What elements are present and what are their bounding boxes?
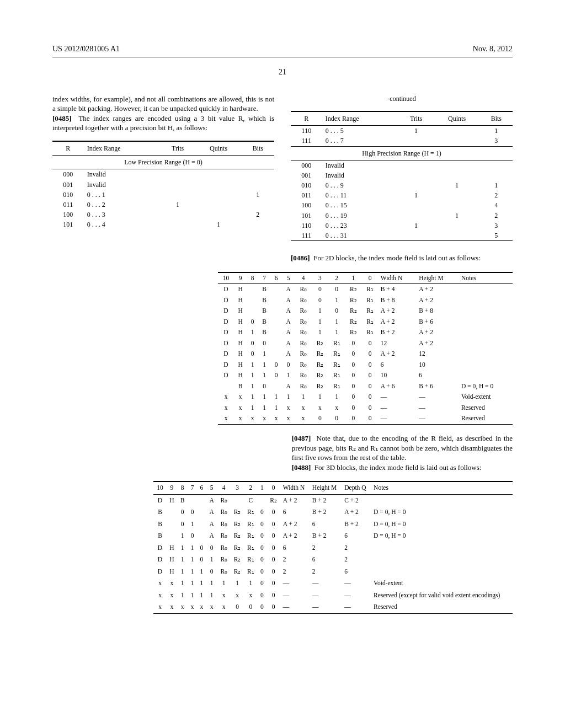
table-cell: —	[417, 392, 459, 403]
table-cell: A + 2	[417, 338, 459, 349]
table-cell: 0	[177, 506, 188, 518]
table-cell: x	[328, 403, 345, 414]
table-cell	[371, 554, 513, 566]
page-header: US 2012/0281005 A1 Nov. 8, 2012	[52, 44, 513, 57]
table-cell	[459, 370, 513, 381]
table-cell: A + 2	[379, 349, 417, 360]
table-cell	[258, 494, 267, 506]
table-cell: A + 2	[342, 506, 371, 518]
table-cell: 0	[258, 577, 267, 590]
table-cell	[459, 338, 513, 349]
table-cell: H	[234, 327, 247, 338]
table-cell: R₀	[295, 284, 312, 295]
table-cell: 0	[312, 284, 328, 295]
table-cell	[371, 566, 513, 578]
table-cell: A	[282, 338, 295, 349]
table-cell: —	[379, 413, 417, 424]
table-cell: 1	[206, 590, 217, 602]
table-cell: C + 2	[342, 494, 371, 506]
table-2d-col: 9	[234, 272, 247, 284]
table-cell: H	[234, 284, 247, 295]
table-cell: D	[218, 295, 234, 306]
table-cell: 0	[345, 413, 361, 424]
table-cell: R₀	[295, 360, 312, 371]
table-cell: x	[282, 403, 295, 414]
table-2d-col: 2	[328, 272, 345, 284]
table-cell: 0	[266, 566, 280, 578]
table-cell: 12	[379, 338, 417, 349]
table-cell: x	[234, 392, 247, 403]
table-cell: D	[218, 349, 234, 360]
table-cell: 0	[258, 542, 267, 554]
table-cell: H	[167, 494, 178, 506]
table-cell: 1	[244, 577, 257, 590]
table-cell: 1	[258, 392, 271, 403]
table-cell: x	[218, 403, 234, 414]
table-cell: 6	[280, 542, 310, 554]
table-cell: x	[258, 413, 271, 424]
table-cell: 0	[206, 542, 217, 554]
table-cell: —	[280, 601, 310, 613]
table-cell: B + 2	[310, 494, 342, 506]
table-cell: x	[271, 413, 282, 424]
table-cell: R₂	[231, 566, 244, 578]
table-cell: R₁	[362, 317, 379, 328]
table-cell: 0	[247, 349, 258, 360]
table-cell: A	[282, 327, 295, 338]
table-3d-col: Width N	[280, 481, 310, 494]
table-cell: 1	[312, 306, 328, 317]
table-cell: A	[282, 295, 295, 306]
table-cell: R₁	[328, 338, 345, 349]
table-cell: 6	[342, 530, 371, 542]
table-cell: A	[206, 518, 217, 531]
table-cell: R₁	[328, 370, 345, 381]
table-cell: 1	[247, 360, 258, 371]
table-cell: R₀	[217, 542, 231, 554]
table-cell: 1	[312, 317, 328, 328]
table-cell	[167, 530, 178, 542]
table-cell: B	[258, 295, 271, 306]
table-3d-col: 5	[206, 481, 217, 494]
table-cell: R₀	[295, 370, 312, 381]
table-cell: 0	[258, 566, 267, 578]
table-2d-col: Width N	[379, 272, 417, 284]
table-cell: —	[342, 590, 371, 602]
table-cell: 1	[328, 295, 345, 306]
table-cell: R₁	[244, 566, 257, 578]
table-cell: 0	[247, 317, 258, 328]
table-cell	[271, 317, 282, 328]
table-cell: x	[153, 590, 166, 602]
table-cell: 1	[188, 542, 197, 554]
table-cell: 0	[312, 413, 328, 424]
table-cell: R₂	[312, 360, 328, 371]
table-cell: 1	[197, 590, 206, 602]
table-3d: 109876543210Width NHeight MDepth QNotes …	[153, 481, 513, 614]
table-cell: R₂	[345, 327, 361, 338]
table-cell: R₂	[345, 295, 361, 306]
table-cell: x	[217, 601, 231, 613]
table-cell: x	[234, 413, 247, 424]
table-cell: R₀	[295, 349, 312, 360]
table-cell: 0	[258, 338, 271, 349]
table-cell	[459, 295, 513, 306]
table-cell: B + 8	[417, 306, 459, 317]
table-cell	[167, 506, 178, 518]
table-cell: D	[153, 554, 166, 566]
table-cell: R₀	[295, 295, 312, 306]
table-cell: 12	[417, 349, 459, 360]
table-cell: 0	[328, 306, 345, 317]
table-cell: x	[218, 413, 234, 424]
table-cell: A + 2	[379, 317, 417, 328]
table-cell	[459, 349, 513, 360]
table-cell: B	[258, 327, 271, 338]
table-cell: 0	[244, 601, 257, 613]
table-low-precision: R Index Range Trits Quints Bits Low Prec…	[52, 141, 274, 230]
table-cell: A + 2	[280, 494, 310, 506]
table-cell: H	[167, 542, 178, 554]
table-cell: 0	[312, 295, 328, 306]
table-cell: 0	[345, 349, 361, 360]
table-cell: R₂	[231, 554, 244, 566]
table-cell: x	[295, 413, 312, 424]
table-cell: R₀	[295, 338, 312, 349]
table-cell: 1	[188, 566, 197, 578]
